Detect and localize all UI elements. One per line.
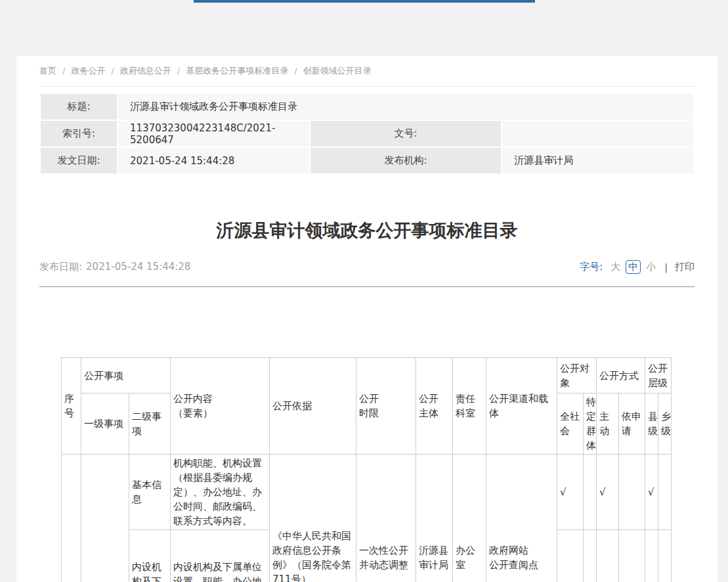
breadcrumb-zhengwugongkai[interactable]: 政务公开 (71, 66, 105, 76)
publish-date: 发布日期:2021-05-24 15:44:28 (39, 261, 190, 273)
cell-check-audience-all-1: √ (557, 455, 584, 530)
header-level1: 一级事项 (81, 393, 129, 455)
header-audience-group: 公开对象 (557, 358, 597, 393)
cell-subject: 沂源县审计局 (416, 455, 453, 582)
article-tools: 字号: 大 中 小 | 打印 (580, 260, 695, 274)
breadcrumb-separator: / (111, 66, 114, 76)
header-method-active: 主动 (597, 393, 619, 455)
cell-check-audience-all-2: √ (557, 530, 584, 582)
font-medium-button[interactable]: 中 (626, 260, 641, 274)
cell-level2-internal-org: 内设机构及下属事业单位信息 (129, 530, 171, 582)
meta-label-issue-date: 发文日期: (41, 148, 117, 173)
cell-check-method-active-1: √ (597, 455, 619, 530)
cell-check-level-county-2: √ (645, 530, 658, 582)
cell-time-limit: 一次性公开并动态调整 (356, 455, 416, 582)
breadcrumb-separator: / (177, 66, 180, 76)
cell-check-audience-specific-2 (584, 530, 597, 582)
meta-label-issuing-agency: 发布机构: (310, 148, 502, 173)
meta-row-date: 发文日期: 2021-05-24 15:44:28 发布机构: 沂源县审计局 (41, 148, 693, 173)
cell-check-level-town-2 (658, 530, 672, 582)
header-matter-group: 公开事项 (81, 358, 171, 393)
meta-value-doc-number (502, 121, 693, 146)
breadcrumb-separator: / (62, 66, 65, 76)
breadcrumb-chuangxin-catalog[interactable]: 创新领域公开目录 (303, 66, 372, 76)
meta-row-title: 标题: 沂源县审计领域政务公开事项标准目录 (41, 94, 693, 120)
tools-divider: | (664, 262, 668, 273)
meta-value-issue-date: 2021-05-24 15:44:28 (118, 148, 309, 173)
breadcrumb: 首页/政务公开/政府信息公开/基层政务公开事项标准目录/创新领域公开目录 (39, 63, 695, 87)
header-level-county: 县级 (645, 393, 658, 455)
catalog-table: 序号 公开事项 公开内容 （要素） 公开依据 公开 时限 公开 主体 责任科室 … (61, 357, 672, 582)
cell-channel: 政府网站 公开查阅点 (486, 455, 557, 582)
cell-basis: 《中华人民共和国政府信息公开条例》（国务院令第711号） (270, 455, 356, 582)
header-method-group: 公开方式 (597, 358, 645, 393)
catalog-header-row-1: 序号 公开事项 公开内容 （要素） 公开依据 公开 时限 公开 主体 责任科室 … (62, 358, 672, 393)
meta-value-title: 沂源县审计领域政务公开事项标准目录 (118, 94, 693, 120)
meta-label-doc-number: 文号: (310, 121, 502, 146)
page-title: 沂源县审计领域政务公开事项标准目录 (39, 218, 695, 243)
header-seq: 序号 (62, 358, 81, 455)
top-blue-bar (194, 0, 535, 3)
header-content: 公开内容 （要素） (171, 358, 270, 455)
cell-check-method-request-1 (619, 455, 645, 530)
cell-content-internal-org: 内设机构及下属单位设置、职能、办公地址、办公时间、联系方式、负责人姓名等信息。 (171, 530, 270, 582)
cell-level1 (81, 455, 129, 582)
header-level2: 二级事项 (129, 393, 171, 455)
article-meta-row: 发布日期:2021-05-24 15:44:28 字号: 大 中 小 | 打印 (39, 260, 695, 274)
breadcrumb-home[interactable]: 首页 (39, 66, 56, 76)
font-large-button[interactable]: 大 (610, 261, 620, 273)
header-audience-specific: 特定群体 (584, 393, 597, 455)
font-small-button[interactable]: 小 (646, 261, 656, 273)
cell-content-basic-info: 机构职能、机构设置（根据县委编办规定）、办公地址、办公时间、邮政编码、联系方式等… (171, 455, 270, 530)
print-button[interactable]: 打印 (675, 261, 695, 273)
cell-check-method-request-2 (619, 530, 645, 582)
meta-label-index-number: 索引号: (41, 121, 117, 146)
header-subject: 公开 主体 (416, 358, 453, 455)
cell-seq (62, 455, 81, 582)
breadcrumb-jiceng-catalog[interactable]: 基层政务公开事项标准目录 (186, 66, 288, 76)
separator-line (39, 286, 695, 287)
meta-label-title: 标题: (41, 94, 117, 120)
cell-check-level-town-1 (658, 455, 672, 530)
font-size-label: 字号: (580, 261, 603, 273)
meta-value-issuing-agency: 沂源县审计局 (502, 148, 693, 173)
meta-table: 标题: 沂源县审计领域政务公开事项标准目录 索引号: 1137032300422… (39, 93, 695, 175)
meta-value-index-number: 11370323004223148C/2021-5200647 (118, 121, 309, 146)
cell-department: 办公室 (453, 455, 486, 582)
header-audience-all: 全社会 (557, 393, 584, 455)
header-level-group: 公开层级 (645, 358, 672, 393)
cell-check-audience-specific-1 (584, 455, 597, 530)
header-method-request: 依申请 (619, 393, 645, 455)
breadcrumb-zhengfuxinxigongkai[interactable]: 政府信息公开 (120, 66, 171, 76)
breadcrumb-separator: / (294, 66, 297, 76)
header-channel: 公开渠道和载体 (486, 358, 557, 455)
cell-check-level-county-1: √ (645, 455, 658, 530)
header-level-town: 乡级 (658, 393, 672, 455)
header-department: 责任科室 (453, 358, 486, 455)
header-time-limit: 公开 时限 (356, 358, 416, 455)
cell-level2-basic-info: 基本信息 (129, 455, 171, 530)
cell-check-method-active-2: √ (597, 530, 619, 582)
content-panel: 首页/政务公开/政府信息公开/基层政务公开事项标准目录/创新领域公开目录 标题:… (16, 56, 717, 582)
header-basis: 公开依据 (270, 358, 356, 455)
publish-date-value: 2021-05-24 15:44:28 (86, 261, 190, 273)
meta-row-index: 索引号: 11370323004223148C/2021-5200647 文号: (41, 121, 693, 146)
publish-date-label: 发布日期: (39, 261, 82, 273)
catalog-data-row-1: 基本信息 机构职能、机构设置（根据县委编办规定）、办公地址、办公时间、邮政编码、… (62, 455, 672, 530)
